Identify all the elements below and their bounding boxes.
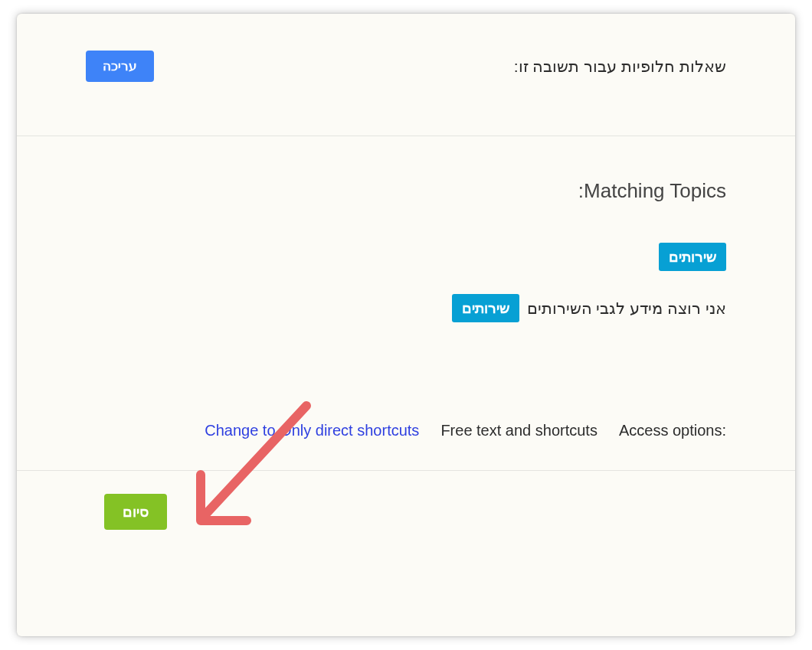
matching-topics-title: :Matching Topics: [86, 179, 726, 203]
topic-row-0: שירותים: [86, 243, 726, 271]
access-change-link[interactable]: Change to Only direct shortcuts: [205, 422, 419, 439]
edit-button[interactable]: עריכה: [86, 51, 154, 82]
finish-button[interactable]: סיום: [104, 494, 167, 530]
access-options-row: :Access options Free text and shortcuts …: [86, 422, 726, 439]
footer-section: סיום: [17, 471, 795, 553]
alt-questions-section: שאלות חלופיות עבור תשובה זו: עריכה: [17, 14, 795, 136]
topic-row-1: אני רוצה מידע לגבי השירותים שירותים: [86, 294, 726, 322]
access-options-label: :Access options: [619, 422, 726, 439]
topic-chip-services-2[interactable]: שירותים: [452, 294, 519, 322]
main-card: שאלות חלופיות עבור תשובה זו: עריכה :Matc…: [17, 14, 795, 636]
topic-chip-services[interactable]: שירותים: [659, 243, 726, 271]
matching-topics-section: :Matching Topics שירותים אני רוצה מידע ל…: [17, 136, 795, 471]
topic-text: אני רוצה מידע לגבי השירותים: [527, 299, 726, 318]
alt-questions-row: שאלות חלופיות עבור תשובה זו: עריכה: [86, 51, 726, 82]
alt-questions-label: שאלות חלופיות עבור תשובה זו:: [514, 57, 726, 76]
access-current-mode: Free text and shortcuts: [440, 422, 598, 439]
